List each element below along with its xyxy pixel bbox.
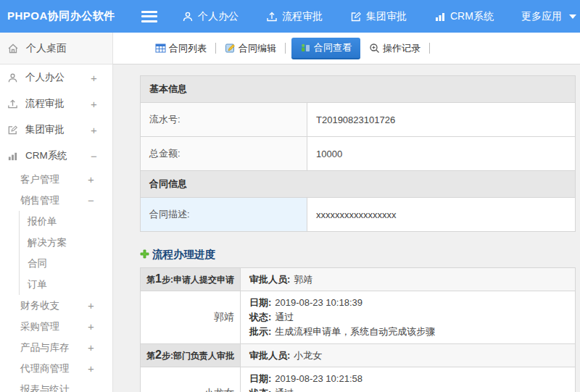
expand-toggle[interactable]: + [91,98,112,110]
step-header-row: 第1步:申请人提交申请 审批人员:郭靖 [141,268,576,291]
status-value: 通过 [275,388,294,392]
status-label: 状态: [249,312,271,322]
nav-item-label: CRM系统 [450,10,494,23]
handler-name: 郭靖 [141,291,241,344]
step-label: 第2步:部门负责人审批 [141,344,241,367]
bar-chart-icon [434,11,446,22]
nav-item-crm-system[interactable]: CRM系统 [434,10,494,23]
tab-bar: 合同列表 合同编辑 合同查看 操作记录 [113,33,580,64]
sidebar-item-label: 财务收支 [20,299,80,312]
nav-item-label: 集团审批 [366,10,407,23]
sidebar-item-label: 集团审批 [25,123,83,136]
sidebar-item-purchase-mgmt[interactable]: 采购管理 + [0,316,112,337]
sidebar-item-label: 个人桌面 [26,42,112,55]
collapse-toggle[interactable]: − [88,194,112,207]
remark-value: 生成流程申请单，系统自动完成该步骤 [275,326,435,337]
expand-toggle[interactable]: + [88,173,112,185]
nav-item-workflow-approval[interactable]: 流程审批 [266,10,323,23]
home-icon [7,43,19,54]
edit-icon [350,11,362,22]
sidebar-item-crm-system[interactable]: CRM系统 − [0,143,112,169]
status-line: 状态:通过 [249,310,566,325]
tab-label: 合同列表 [169,42,207,55]
sidebar-item-customer-mgmt[interactable]: 客户管理 + [0,169,112,190]
status-value: 通过 [275,312,294,322]
approver-label: 审批人员: [249,350,290,361]
tab-contract-list[interactable]: 合同列表 [149,38,212,59]
sidebar-item-sales-mgmt[interactable]: 销售管理 − [0,190,112,211]
approver-name: 小龙女 [294,350,322,361]
sidebar-item-reports-stats[interactable]: 报表与统计 [0,379,112,392]
tab-label: 合同查看 [314,41,352,54]
expand-toggle[interactable]: + [88,320,112,333]
edit-icon [7,125,18,135]
plus-icon [140,249,149,261]
sidebar-item-contract[interactable]: 合同 [20,253,112,274]
person-icon [7,72,18,83]
sidebar-item-label: 产品与库存 [20,341,80,354]
collapse-toggle[interactable]: − [91,150,112,162]
sidebar-item-finance[interactable]: 财务收支 + [0,295,112,316]
zoom-in-icon [369,43,380,54]
sidebar-item-personal-office[interactable]: 个人办公 + [0,64,112,91]
expand-toggle[interactable]: + [88,299,112,312]
main-content: 合同列表 合同编辑 合同查看 操作记录 基本信息 [113,33,580,392]
expand-toggle[interactable]: + [91,124,112,136]
tab-separator [215,43,216,54]
sidebar-item-label: 个人办公 [25,71,83,84]
step-label: 第1步:申请人提交申请 [141,268,241,291]
table-icon [155,43,166,54]
step-detail-row: 郭靖 日期:2019-08-23 10:18:39 状态:通过 批示:生成流程申… [141,291,576,344]
remark-label: 批示: [249,326,271,337]
step-detail-cell: 日期:2019-08-23 10:18:39 状态:通过 批示:生成流程申请单，… [240,291,575,344]
status-line: 状态:通过 [249,386,566,392]
sidebar-item-product-inventory[interactable]: 产品与库存 + [0,337,112,358]
sidebar-item-order[interactable]: 订单 [20,274,112,295]
expand-toggle[interactable]: + [91,72,112,84]
menu-toggle-icon[interactable] [141,11,157,22]
basic-info-header: 基本信息 [141,76,576,103]
nav-item-more-apps[interactable]: 更多应用 [521,10,576,23]
sidebar-item-agent-mgmt[interactable]: 代理商管理 + [0,358,112,379]
person-icon [182,11,194,22]
contract-info-header: 合同信息 [141,171,576,198]
approver-cell: 审批人员:小龙女 [240,344,575,367]
edit-doc-icon [225,43,236,54]
caret-down-icon [569,14,576,19]
sidebar-item-label: 流程审批 [25,97,83,110]
table-row: 总金额: 10000 [141,137,576,171]
bar-chart-icon [7,151,18,162]
expand-toggle[interactable]: + [88,362,112,375]
field-label: 流水号: [141,103,307,137]
nav-item-label: 流程审批 [282,10,323,23]
date-label: 日期: [249,373,271,384]
step-header-row: 第2步:部门负责人审批 审批人员:小龙女 [141,344,576,367]
sidebar-item-group-approval[interactable]: 集团审批 + [0,117,112,143]
nav-item-personal-office[interactable]: 个人办公 [182,10,239,23]
approver-label: 审批人员: [249,274,290,285]
contract-info-table: 基本信息 流水号: T20190823101726 总金额: 10000 合同信… [140,75,576,232]
top-navigation: 个人办公 流程审批 集团审批 CRM系统 更多应用 [182,10,576,23]
sidebar-item-desktop[interactable]: 个人桌面 [0,33,112,64]
expand-toggle[interactable]: + [88,341,112,354]
tab-operation-log[interactable]: 操作记录 [363,38,426,59]
field-label: 总金额: [141,137,307,171]
app-logo: PHPOA协同办公软件 [0,9,141,23]
date-line: 日期:2019-08-23 10:18:39 [249,296,566,310]
step-detail-row: 小龙女 日期:2019-08-23 10:21:58 状态:通过 批示:通过 [141,367,576,392]
sidebar-item-label: 销售管理 [20,194,80,207]
tab-label: 合同编辑 [239,42,276,55]
nav-item-group-approval[interactable]: 集团审批 [350,10,407,23]
sidebar-item-quotation[interactable]: 报价单 [20,211,112,232]
sidebar-item-label: 订单 [28,278,112,291]
table-row: 流水号: T20190823101726 [141,103,576,137]
sidebar-item-label: 代理商管理 [20,362,80,375]
tab-contract-view[interactable]: 合同查看 [291,38,360,59]
sidebar-item-workflow-approval[interactable]: 流程审批 + [0,91,112,117]
field-value: xxxxxxxxxxxxxxxxx [307,198,576,232]
tab-label: 操作记录 [383,42,420,55]
sidebar-item-solution[interactable]: 解决方案 [20,232,112,253]
workflow-icon [266,11,278,22]
view-chart-icon [300,42,311,53]
tab-contract-edit[interactable]: 合同编辑 [219,38,282,59]
